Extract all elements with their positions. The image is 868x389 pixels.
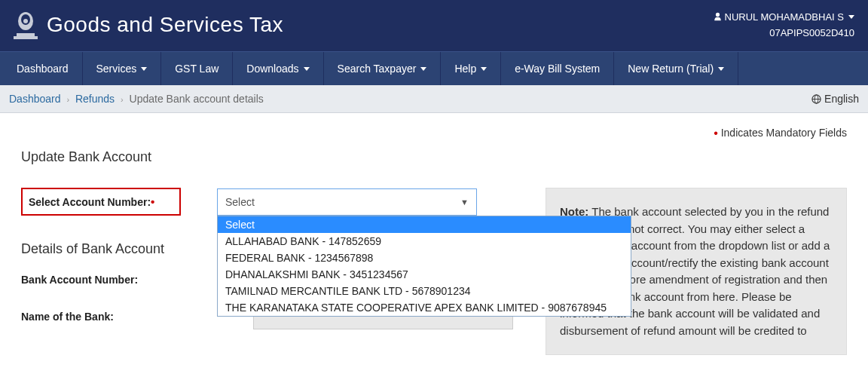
svg-rect-1 [17,33,35,36]
user-icon [714,12,722,21]
nav-label: New Return (Trial) [628,63,714,75]
nav-eway[interactable]: e-Way Bill System [501,52,613,85]
dropdown-option[interactable]: TAMILNAD MERCANTILE BANK LTD - 567890123… [218,283,631,299]
name-of-bank-label: Name of the Bank: [21,311,217,323]
select-account-label: Select Account Number:• [21,188,181,216]
nav-label: Downloads [246,63,298,75]
content: • Indicates Mandatory Fields Update Bank… [0,113,868,363]
nav-help[interactable]: Help [441,52,500,85]
required-icon: • [151,195,154,208]
select-account-options: Select ALLAHABAD BANK - 147852659 FEDERA… [217,216,631,317]
svg-point-5 [715,13,719,17]
label-text: Select Account Number: [29,196,151,208]
breadcrumb-current: Update Bank account details [130,93,264,105]
emblem-icon [14,9,38,41]
dropdown-option[interactable]: FEDERAL BANK - 1234567898 [218,250,631,266]
nav-label: GST Law [175,63,219,75]
chevron-down-icon [848,15,854,19]
svg-rect-0 [14,36,38,39]
breadcrumb-sep: › [118,95,127,104]
nav-label: Search Taxpayer [338,63,417,75]
dropdown-option[interactable]: Select [218,216,631,233]
user-name: NURUL MOHAMADBHAI S [725,10,844,25]
bank-account-number-label: Bank Account Number: [21,274,217,286]
site-title: Goods and Services Tax [47,13,283,37]
nav-label: Services [96,63,137,75]
nav-services[interactable]: Services [83,52,161,85]
breadcrumb-dashboard[interactable]: Dashboard [9,93,61,105]
nav-gst-law[interactable]: GST Law [161,52,232,85]
brand: Goods and Services Tax [14,9,283,41]
nav-label: Help [454,63,476,75]
chevron-down-icon [420,67,426,71]
user-block: NURUL MOHAMADBHAI S 07APIPS0052D410 [714,10,854,41]
user-id: 07APIPS0052D410 [714,26,854,41]
language-label: English [824,93,859,105]
breadcrumb: Dashboard › Refunds › Update Bank accoun… [9,93,264,105]
select-account-wrap: Select ▼ Select ALLAHABAD BANK - 1478526… [217,188,477,216]
nav-new-return[interactable]: New Return (Trial) [614,52,738,85]
sub-bar: Dashboard › Refunds › Update Bank accoun… [0,85,868,113]
page-title: Update Bank Account [21,149,847,165]
dropdown-option[interactable]: DHANALAKSHMI BANK - 3451234567 [218,266,631,283]
chevron-down-icon [718,67,724,71]
chevron-down-icon: ▼ [460,198,469,207]
form-column: Select Account Number:• Select ▼ Select … [21,188,523,348]
main-nav: Dashboard Services GST Law Downloads Sea… [0,51,868,85]
breadcrumb-refunds[interactable]: Refunds [75,93,115,105]
top-header: Goods and Services Tax NURUL MOHAMADBHAI… [0,0,868,51]
breadcrumb-sep: › [63,95,72,104]
globe-icon [811,94,821,104]
nav-downloads[interactable]: Downloads [233,52,322,85]
mandatory-note: • Indicates Mandatory Fields [21,127,847,140]
field-select-account: Select Account Number:• Select ▼ Select … [21,188,523,216]
select-value: Select [225,196,255,208]
language-selector[interactable]: English [811,93,859,105]
mandatory-text: Indicates Mandatory Fields [721,127,847,139]
nav-label: e-Way Bill System [515,63,600,75]
nav-label: Dashboard [17,63,69,75]
chevron-down-icon [141,67,147,71]
chevron-down-icon [481,67,487,71]
user-name-line[interactable]: NURUL MOHAMADBHAI S [714,10,854,25]
svg-point-4 [23,19,28,23]
chevron-down-icon [304,67,310,71]
nav-dashboard[interactable]: Dashboard [3,52,82,85]
nav-search-taxpayer[interactable]: Search Taxpayer [324,52,441,85]
dropdown-option[interactable]: ALLAHABAD BANK - 147852659 [218,233,631,250]
select-account-dropdown[interactable]: Select ▼ [217,188,477,216]
mandatory-dot-icon: • [714,127,718,139]
dropdown-option[interactable]: THE KARANATAKA STATE COOPERATIVE APEX BA… [218,299,631,316]
